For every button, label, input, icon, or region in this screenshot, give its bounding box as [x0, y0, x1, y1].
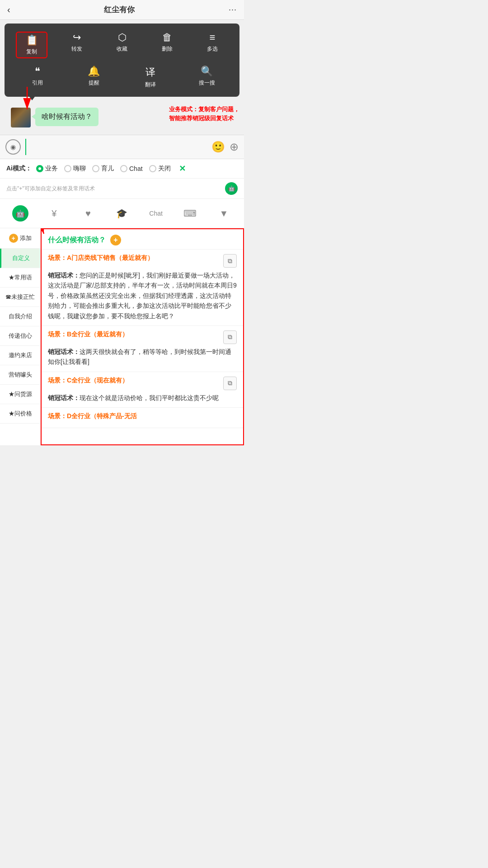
- sidebar-item-common[interactable]: ★常用语: [0, 268, 40, 288]
- mode-chat-fun[interactable]: 嗨聊: [64, 165, 86, 173]
- search-label: 搜一搜: [199, 79, 215, 87]
- heart-icon: ♥: [85, 208, 91, 219]
- mode-business[interactable]: 业务: [36, 165, 58, 173]
- sidebar-item-intro[interactable]: 自我介绍: [0, 307, 40, 326]
- sidebar-item-confidence[interactable]: 传递信心: [0, 326, 40, 346]
- sidebar-item-invite[interactable]: 邀约来店: [0, 346, 40, 365]
- scenario-b: 场景：B全行业（最近就有） ⧉ 销冠话术：这两天很快就会有了，稍等等哈，到时候我…: [42, 326, 243, 372]
- chat-text-icon: Chat: [149, 210, 163, 217]
- content-header: 什么时候有活动？ +: [42, 229, 243, 250]
- copy-button[interactable]: 📋 复制: [16, 32, 47, 58]
- sidebar-item-source[interactable]: ★问货源: [0, 385, 40, 404]
- collect-icon: ⬡: [118, 32, 127, 43]
- tab-chat-text[interactable]: Chat: [141, 207, 172, 220]
- collect-label: 收藏: [117, 45, 127, 53]
- mode-parenting[interactable]: 育儿: [92, 165, 114, 173]
- annotation-text: 业务模式：复制客户问题， 智能推荐销冠级回复话术: [169, 105, 239, 123]
- voice-button[interactable]: ◉: [5, 139, 21, 155]
- remind-button[interactable]: 🔔 提醒: [78, 66, 110, 89]
- scenario-a-title: 场景：A门店类线下销售（最近就有）: [48, 254, 154, 262]
- chat-bubble: 啥时候有活动？: [35, 108, 99, 126]
- forward-label: 转发: [71, 45, 82, 53]
- header: ‹ 红尘有你 ···: [0, 0, 244, 20]
- collect-button[interactable]: ⬡ 收藏: [106, 32, 138, 58]
- tab-robot[interactable]: 🤖: [5, 203, 36, 224]
- emoji-button[interactable]: 🙂: [211, 141, 225, 153]
- sidebar-item-busy[interactable]: ☎未接正忙: [0, 288, 40, 307]
- scenario-d-title: 场景：D全行业（特殊产品-无活: [48, 412, 137, 420]
- quote-icon: ❝: [35, 66, 40, 77]
- context-menu-row1: 📋 复制 ↪ 转发 ⬡ 收藏 🗑 删除 ≡ 多选: [5, 28, 239, 62]
- ai-mode-label: Ai模式：: [6, 165, 32, 173]
- graduation-icon: 🎓: [116, 208, 127, 219]
- scenario-c-title: 场景：C全行业（现在就有）: [48, 377, 128, 385]
- forward-button[interactable]: ↪ 转发: [61, 32, 93, 58]
- add-label: 添加: [20, 234, 32, 242]
- sidebar-add-button[interactable]: + 添加: [0, 228, 40, 249]
- page-title: 红尘有你: [104, 5, 135, 15]
- content-add-button[interactable]: +: [110, 235, 121, 245]
- toolbar-tabs: 🤖 ¥ ♥ 🎓 Chat ⌨ ▼: [0, 199, 244, 228]
- tab-graduation[interactable]: 🎓: [106, 205, 137, 222]
- ai-mode-close[interactable]: ✕: [179, 164, 186, 174]
- context-menu: 📋 复制 ↪ 转发 ⬡ 收藏 🗑 删除 ≡ 多选 ❝ 引用 🔔 提醒 译: [5, 24, 239, 97]
- chat-badge[interactable]: 🤖: [225, 182, 238, 195]
- search-button[interactable]: 🔍 搜一搜: [191, 66, 223, 89]
- scenario-b-sales-label: 销冠话术：: [48, 348, 80, 355]
- mode-chat[interactable]: Chat: [120, 165, 143, 172]
- radio-chatfun-label: 嗨聊: [73, 165, 86, 173]
- chat-message-text: 啥时候有活动？: [42, 113, 92, 120]
- radio-off-label: 关闭: [158, 165, 171, 173]
- delete-button[interactable]: 🗑 删除: [151, 32, 183, 58]
- multiselect-icon: ≡: [210, 32, 216, 43]
- sidebar-item-price[interactable]: ★问价格: [0, 404, 40, 424]
- tab-down-arrow[interactable]: ▼: [208, 206, 239, 222]
- scenario-d-header: 场景：D全行业（特殊产品-无活: [48, 412, 237, 420]
- copy-label: 复制: [26, 48, 37, 56]
- add-icon: +: [9, 234, 18, 243]
- scenario-c-sales-text: 现在这个就是活动价哈，我们平时都比这贵不少呢: [80, 394, 219, 401]
- tab-heart[interactable]: ♥: [72, 206, 103, 222]
- input-area: ◉ 🙂 ⊕: [0, 135, 244, 159]
- copy-icon: 📋: [26, 34, 38, 46]
- tags-hint-bar: 点击"+"可添加自定义标签及常用话术 🤖: [0, 179, 244, 199]
- scenario-a-copy-btn[interactable]: ⧉: [223, 254, 237, 268]
- more-button[interactable]: ···: [229, 5, 237, 14]
- tags-hint-text: 点击"+"可添加自定义标签及常用话术: [6, 185, 95, 193]
- translate-label: 翻译: [145, 81, 156, 89]
- scenario-b-header: 场景：B全行业（最近就有） ⧉: [48, 330, 237, 344]
- radio-business-circle: [36, 165, 43, 172]
- quote-button[interactable]: ❝ 引用: [22, 66, 53, 89]
- translate-icon: 译: [145, 66, 155, 79]
- content-panel: 什么时候有活动？ + 场景：A门店类线下销售（最近就有） ⧉ 销冠话术：您问的正…: [41, 228, 244, 445]
- scenario-a: 场景：A门店类线下销售（最近就有） ⧉ 销冠话术：您问的正是时候[呲牙]，我们刚…: [42, 250, 243, 326]
- back-button[interactable]: ‹: [7, 5, 10, 15]
- radio-chat-circle: [120, 165, 127, 172]
- scenario-a-content: 销冠话术：您问的正是时候[呲牙]，我们刚好最近要做一场大活动，这次活动是厂家/总…: [48, 270, 237, 321]
- scenario-b-copy-btn[interactable]: ⧉: [223, 330, 237, 344]
- scenario-c-sales-label: 销冠话术：: [48, 394, 80, 401]
- radio-chatfun-circle: [64, 165, 71, 172]
- scenario-c-content: 销冠话术：现在这个就是活动价哈，我们平时都比这贵不少呢: [48, 393, 237, 403]
- radio-parenting-label: 育儿: [101, 165, 114, 173]
- sidebar-item-custom[interactable]: 自定义: [0, 249, 40, 268]
- tab-money[interactable]: ¥: [38, 206, 70, 222]
- voice-icon: ◉: [10, 143, 16, 151]
- scenario-c-header: 场景：C全行业（现在就有） ⧉: [48, 377, 237, 390]
- remind-label: 提醒: [89, 79, 99, 87]
- multiselect-button[interactable]: ≡ 多选: [197, 32, 228, 58]
- chat-badge-icon: 🤖: [228, 185, 235, 192]
- sidebar-item-marketing[interactable]: 营销噱头: [0, 365, 40, 385]
- add-button[interactable]: ⊕: [230, 141, 239, 153]
- multiselect-label: 多选: [207, 45, 218, 53]
- translate-button[interactable]: 译 翻译: [135, 66, 166, 89]
- message-input[interactable]: [25, 139, 207, 155]
- main-content: + 添加 自定义 ★常用语 ☎未接正忙 自我介绍 传递信心 邀约来店 营销噱头 …: [0, 228, 244, 445]
- scenario-a-header: 场景：A门店类线下销售（最近就有） ⧉: [48, 254, 237, 268]
- robot-icon: 🤖: [12, 205, 28, 222]
- mode-off[interactable]: 关闭: [149, 165, 171, 173]
- tab-keyboard[interactable]: ⌨: [174, 205, 206, 222]
- money-icon: ¥: [52, 208, 56, 219]
- ai-mode-bar: Ai模式： 业务 嗨聊 育儿 Chat 关闭 ✕: [0, 159, 244, 179]
- scenario-c-copy-btn[interactable]: ⧉: [223, 377, 237, 390]
